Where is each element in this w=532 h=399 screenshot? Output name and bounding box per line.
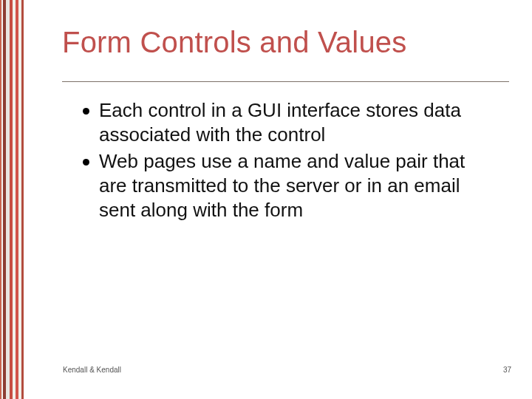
bullet-item: Web pages use a name and value pair that…	[99, 149, 488, 223]
page-number: 37	[503, 366, 511, 374]
slide-title: Form Controls and Values	[25, 0, 532, 59]
left-accent-stripes	[0, 0, 25, 399]
slide-body: Form Controls and Values Each control in…	[25, 0, 532, 399]
bullet-list: Each control in a GUI interface stores d…	[25, 82, 532, 222]
footer-author: Kendall & Kendall	[63, 366, 121, 374]
bullet-item: Each control in a GUI interface stores d…	[99, 98, 488, 148]
